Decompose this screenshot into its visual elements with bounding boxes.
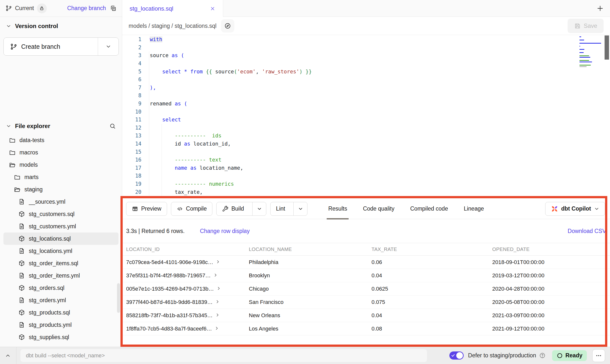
compile-button[interactable]: Compile: [171, 202, 212, 216]
create-branch-dropdown[interactable]: [98, 38, 119, 55]
file-item-label: models: [19, 162, 38, 168]
git-branch-icon: [5, 5, 12, 12]
file-item-marts[interactable]: marts: [3, 171, 119, 183]
lint-dropdown[interactable]: [293, 202, 307, 215]
file-item-stg-order-items-sql[interactable]: stg_order_items.sql: [3, 257, 119, 269]
code-text: name as location_name,: [148, 165, 243, 171]
cell-location-id: 3977f440-b87d-461b-9dd6-81839…: [126, 299, 249, 305]
cell-opened_date: 2018-09-01T00:00:00: [492, 259, 606, 265]
tab-stg-locations[interactable]: stg_locations.sql: [122, 0, 223, 17]
lint-button[interactable]: Lint: [271, 202, 290, 215]
download-csv-link[interactable]: Download CSV: [568, 228, 606, 234]
expand-chevron-icon[interactable]: [216, 259, 220, 264]
code-line: 6: [122, 76, 610, 84]
build-button[interactable]: Build: [217, 202, 249, 215]
line-number: 5: [122, 69, 148, 75]
sidebar-scrollbar-thumb[interactable]: [117, 283, 120, 313]
expand-chevron-icon[interactable]: [213, 273, 218, 278]
create-branch-main[interactable]: Create branch: [4, 38, 98, 55]
code-editor[interactable]: 1with23source as (45 select * from {{ so…: [122, 35, 610, 199]
file-explorer-header[interactable]: File explorer: [0, 120, 122, 132]
panel-tab-code-quality[interactable]: Code quality: [355, 199, 402, 219]
cell-tax_rate: 0.04: [372, 312, 492, 319]
dbt-copilot-button[interactable]: dbt Copilot: [545, 202, 605, 216]
git-branch-icon: [10, 43, 17, 50]
help-icon[interactable]: [539, 352, 546, 359]
results-table-body: 7c079cea-5ed4-4101-906e-9198c…Philadelph…: [122, 256, 610, 335]
code-line: 10: [122, 108, 610, 116]
panel-tab-compiled-code[interactable]: Compiled code: [402, 199, 456, 219]
defer-toggle[interactable]: [449, 351, 464, 360]
tab-close-button[interactable]: [210, 6, 216, 12]
file-item-data-tests[interactable]: data-tests: [3, 134, 119, 146]
file-item-stg-locations-sql[interactable]: stg_locations.sql: [3, 232, 119, 245]
more-options-button[interactable]: [592, 349, 605, 362]
expand-chevron-icon[interactable]: [215, 299, 220, 304]
version-control-header[interactable]: Version control: [0, 20, 122, 32]
copy-icon: [110, 5, 117, 12]
file-item--sources-yml[interactable]: __sources.yml: [3, 196, 119, 208]
collapse-panel-button[interactable]: [5, 353, 11, 359]
cube-icon: [18, 309, 25, 316]
file-item-stg-customers-sql[interactable]: stg_customers.sql: [3, 208, 119, 220]
file-item-stg-supplies-sql[interactable]: stg_supplies.sql: [3, 331, 119, 343]
expand-chevron-icon[interactable]: [214, 326, 219, 331]
folder-open-icon: [14, 186, 21, 193]
defer-label: Defer to staging/production: [468, 352, 536, 359]
file-item-stg-order-items-yml[interactable]: stg_order_items.yml: [3, 269, 119, 282]
line-number: 17: [122, 165, 148, 171]
expand-chevron-icon[interactable]: [216, 286, 221, 291]
dbt-ide-window: Current Change branch Version control Cr…: [0, 0, 610, 364]
panel-tab-lineage[interactable]: Lineage: [456, 199, 492, 219]
code-line: 15: [122, 148, 610, 156]
code-text: with: [148, 36, 162, 42]
file-item-label: marts: [24, 174, 39, 181]
file-item-stg-locations-yml[interactable]: stg_locations.yml: [3, 245, 119, 257]
create-branch-button[interactable]: Create branch: [3, 37, 119, 56]
line-number: 13: [122, 133, 148, 139]
explore-lineage-button[interactable]: [221, 19, 234, 33]
new-tab-button[interactable]: [596, 4, 604, 12]
folder-open-icon: [9, 161, 16, 168]
editor-tab-strip: stg_locations.sql: [122, 0, 610, 17]
file-item-stg-products-yml[interactable]: stg_products.yml: [3, 319, 119, 331]
cube-icon: [18, 284, 25, 291]
copy-branch-button[interactable]: [110, 5, 117, 12]
panel-tabs: ResultsCode qualityCompiled codeLineage: [320, 199, 492, 219]
check-icon: [451, 353, 455, 358]
code-text: ---------- text: [148, 157, 221, 163]
save-button[interactable]: Save: [568, 19, 604, 33]
cell-opened_date: 2020-04-28T00:00:00: [492, 286, 606, 292]
panel-tab-results[interactable]: Results: [320, 199, 355, 219]
cell-location-id: 005e7e1c-1935-4269-b479-0713b…: [126, 286, 249, 292]
file-item-stg-products-sql[interactable]: stg_products.sql: [3, 306, 119, 319]
change-branch-link[interactable]: Change branch: [67, 5, 106, 12]
chevron-down-icon: [6, 23, 11, 29]
code-text: select: [148, 117, 181, 123]
file-icon: [18, 223, 25, 230]
code-text: id as location_id,: [148, 141, 231, 147]
file-search-button[interactable]: [109, 123, 116, 130]
lint-split-button: Lint: [270, 202, 307, 216]
code-line: 13 ---------- ids: [122, 132, 610, 140]
results-table-header: LOCATION_IDLOCATION_NAMETAX_RATEOPENED_D…: [122, 243, 610, 256]
editor-minimap[interactable]: [579, 36, 602, 68]
file-item-stg-orders-sql[interactable]: stg_orders.sql: [3, 282, 119, 294]
table-row: 1f8ffa70-7cb5-4d83-8a7f-9aceef6…Los Ange…: [122, 322, 610, 335]
file-item-stg-customers-yml[interactable]: stg_customers.yml: [3, 220, 119, 232]
command-input[interactable]: [20, 349, 427, 362]
results-summary-row: 3.3s | Returned 6 rows. Change row displ…: [122, 219, 610, 243]
file-item-label: stg_order_items.sql: [29, 260, 78, 267]
code-line: 19 ---------- numerics: [122, 180, 610, 188]
build-dropdown[interactable]: [252, 202, 266, 215]
file-icon: [18, 198, 25, 205]
editor-scrollbar-thumb[interactable]: [605, 35, 609, 60]
file-item-macros[interactable]: macros: [3, 146, 119, 159]
change-row-display-link[interactable]: Change row display: [200, 228, 250, 234]
file-item-staging[interactable]: staging: [3, 183, 119, 196]
line-number: 2: [122, 45, 148, 50]
preview-button[interactable]: Preview: [126, 202, 167, 216]
expand-chevron-icon[interactable]: [215, 313, 220, 317]
file-item-stg-orders-yml[interactable]: stg_orders.yml: [3, 294, 119, 306]
file-item-models[interactable]: models: [3, 159, 119, 171]
